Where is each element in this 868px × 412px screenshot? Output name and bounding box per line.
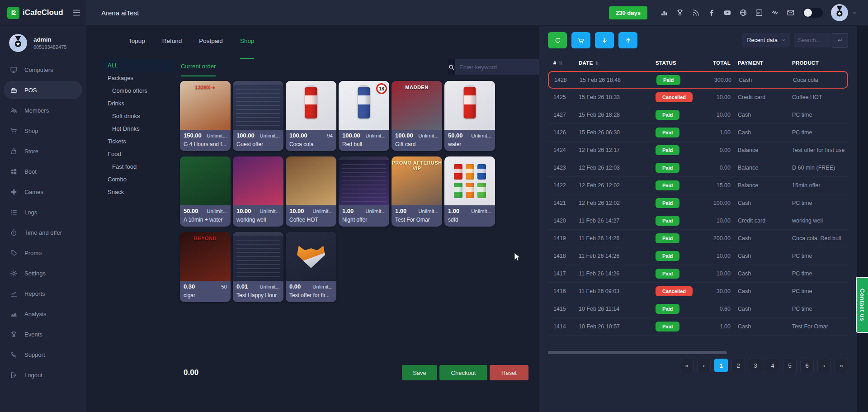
page-button[interactable]: 2: [731, 359, 745, 372]
toolbar-button[interactable]: [618, 32, 637, 48]
trophy-icon[interactable]: [676, 9, 684, 17]
save-button[interactable]: Save: [402, 365, 437, 380]
checkout-button[interactable]: Checkout: [439, 365, 487, 380]
order-row[interactable]: 1416 11 Feb 26 09:03 Cancelled 30.00 Cas…: [548, 283, 848, 300]
order-row[interactable]: 1422 12 Feb 26 12:02 Paid 15.00 Balance …: [548, 177, 848, 194]
product-card[interactable]: BEYOND 0.30 50 cigar: [180, 232, 231, 302]
toolbar-button[interactable]: [595, 32, 614, 48]
avatar[interactable]: [831, 4, 848, 21]
sidebar-item[interactable]: POS: [4, 81, 82, 99]
page-button[interactable]: 6: [800, 359, 814, 372]
sidebar-item[interactable]: Logout: [0, 366, 82, 384]
sidebar-item[interactable]: Reports: [0, 284, 82, 303]
recent-data-select[interactable]: Recent data: [742, 33, 790, 47]
sidebar-item[interactable]: Analysis: [0, 305, 82, 323]
category-item[interactable]: Fast food: [102, 161, 175, 173]
column-header[interactable]: PAYMENT⇅: [732, 60, 787, 66]
order-row[interactable]: 1415 10 Feb 26 11:14 Paid 0.60 Cash PC t…: [548, 300, 848, 318]
product-card[interactable]: 1.00 Unlimit... sdfd: [444, 156, 495, 227]
icafecloud-icon[interactable]: i2: [755, 9, 763, 17]
current-order-tab[interactable]: Current order: [181, 63, 216, 76]
toolbar-button[interactable]: [548, 32, 567, 48]
globe-icon[interactable]: [739, 9, 747, 17]
order-row[interactable]: 1426 15 Feb 26 06:30 Paid 1.00 Cash PC t…: [548, 124, 848, 142]
order-row[interactable]: 1421 12 Feb 26 12:02 Paid 100.00 Cash PC…: [548, 194, 848, 212]
category-item[interactable]: Food: [102, 148, 175, 160]
category-item[interactable]: Packages: [102, 72, 175, 84]
scrollbar-thumb[interactable]: [548, 351, 727, 354]
column-header[interactable]: #⇅: [548, 60, 573, 66]
page-button[interactable]: 1: [714, 359, 728, 372]
layers-icon[interactable]: [771, 9, 779, 17]
sidebar-item[interactable]: Settings: [0, 264, 82, 282]
order-row[interactable]: 1423 12 Feb 26 12:03 Paid 0.00 Balance D…: [548, 159, 848, 177]
column-header[interactable]: TOTAL⇅: [709, 60, 732, 66]
category-item[interactable]: Combo: [102, 173, 175, 185]
order-row[interactable]: 1414 10 Feb 26 10:57 Paid 1.00 Cash Test…: [548, 318, 848, 336]
product-card[interactable]: 10.00 Unlimit... working well: [233, 156, 283, 227]
facebook-icon[interactable]: [708, 9, 716, 17]
sidebar-item[interactable]: Events: [0, 325, 82, 343]
toolbar-button[interactable]: [571, 32, 590, 48]
pos-tab[interactable]: Refund: [162, 38, 182, 59]
product-card[interactable]: MADDEN 100.00 Unlimit... Gift card: [392, 81, 442, 151]
chevron-down-icon[interactable]: [852, 9, 858, 16]
column-header[interactable]: DATE⇅: [573, 60, 650, 66]
category-item[interactable]: Combo offers: [102, 85, 175, 97]
mail-icon[interactable]: [787, 9, 795, 17]
ranking-icon[interactable]: [660, 9, 668, 17]
theme-toggle[interactable]: [803, 8, 823, 18]
page-button[interactable]: «: [680, 359, 693, 372]
pos-tab[interactable]: Topup: [128, 38, 145, 59]
pos-tab[interactable]: Shop: [240, 38, 255, 59]
sidebar-item[interactable]: Store: [0, 142, 82, 160]
product-card[interactable]: 0.00 Unlimit... Test offer for fir...: [286, 232, 336, 302]
category-item[interactable]: Hot Drinks: [102, 123, 175, 135]
search-submit-button[interactable]: [832, 33, 848, 47]
order-row[interactable]: 1428 15 Feb 26 18:48 Paid 300.00 Cash Co…: [548, 71, 848, 89]
product-card[interactable]: 10.00 Unlimit... Coffee HOT: [286, 156, 336, 227]
page-button[interactable]: ›: [817, 359, 831, 372]
hamburger-menu-icon[interactable]: [71, 8, 81, 18]
sidebar-item[interactable]: Logs: [0, 203, 82, 221]
order-row[interactable]: 1424 12 Feb 26 12:17 Paid 0.00 Balance T…: [548, 142, 848, 159]
product-card[interactable]: 100.00 94 Coca cola: [286, 81, 336, 151]
sidebar-item[interactable]: Promo: [0, 244, 82, 262]
product-card[interactable]: 0.01 Unlimit... Test Happy Hour: [233, 232, 283, 302]
category-item[interactable]: Drinks: [102, 97, 175, 109]
contact-us-button[interactable]: Contact us: [856, 277, 868, 333]
product-card[interactable]: 50.00 Unlimit... water: [444, 81, 495, 151]
page-button[interactable]: 5: [783, 359, 797, 372]
sidebar-item[interactable]: Support: [0, 346, 82, 364]
order-row[interactable]: 1419 11 Feb 26 14:26 Paid 200.00 Cash Co…: [548, 230, 848, 247]
order-row[interactable]: 1417 11 Feb 26 14:26 Paid 10.00 Cash PC …: [548, 265, 848, 283]
product-card[interactable]: PROMO AFTERUSH VIP 1.00 Unlimit... Test …: [392, 156, 442, 227]
order-row[interactable]: 1427 15 Feb 26 18:28 Paid 10.00 Cash PC …: [548, 106, 848, 124]
category-item[interactable]: Snack: [102, 186, 175, 198]
product-card[interactable]: 1339X·+ 150.00 Unlimit... G 4 Hours and …: [180, 81, 231, 151]
product-search-input[interactable]: [455, 59, 543, 75]
order-row[interactable]: 1418 11 Feb 26 14:26 Paid 10.00 Cash PC …: [548, 247, 848, 265]
sidebar-item[interactable]: Time and offer: [0, 223, 82, 242]
column-header[interactable]: STATUS⇅: [650, 60, 709, 66]
product-card[interactable]: 18 100.00 Unlimit... Red bull: [339, 81, 389, 151]
product-card[interactable]: 50.00 Unlimit... A 10min + water: [180, 156, 231, 227]
rss-icon[interactable]: [692, 9, 700, 17]
sidebar-item[interactable]: Boot: [0, 162, 82, 180]
category-item[interactable]: ALL: [102, 59, 175, 71]
youtube-icon[interactable]: [723, 9, 731, 17]
license-days-badge[interactable]: 230 days: [609, 6, 647, 19]
user-block[interactable]: admin 005193482475: [0, 34, 86, 58]
orders-search-input[interactable]: [794, 33, 832, 47]
page-button[interactable]: 4: [766, 359, 779, 372]
product-card[interactable]: 100.00 Unlimit... Guest offer: [233, 81, 283, 151]
sidebar-item[interactable]: Shop: [0, 122, 82, 140]
sidebar-item[interactable]: Games: [0, 183, 82, 201]
order-row[interactable]: 1420 11 Feb 26 14:27 Paid 10.00 Credit c…: [548, 212, 848, 230]
page-button[interactable]: »: [835, 359, 848, 372]
category-item[interactable]: Soft drinks: [102, 110, 175, 122]
reset-button[interactable]: Reset: [490, 365, 528, 380]
pos-tab[interactable]: Postpaid: [199, 38, 223, 59]
category-item[interactable]: Tickets: [102, 135, 175, 147]
product-card[interactable]: 1.00 Unlimit... Night offer: [339, 156, 389, 227]
